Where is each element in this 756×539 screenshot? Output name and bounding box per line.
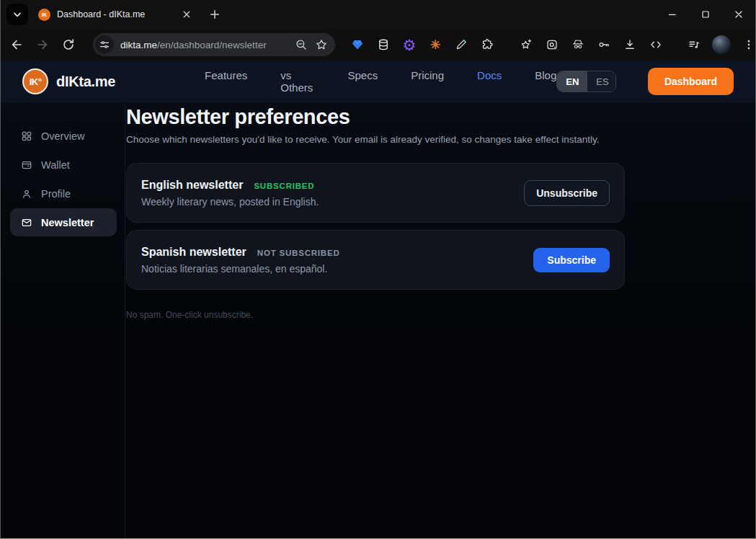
zoom-out-icon[interactable] xyxy=(295,38,308,51)
sidebar-item-label: Newsletter xyxy=(41,217,94,228)
media-controls-icon[interactable] xyxy=(686,37,703,53)
address-bar[interactable]: dikta.me/en/dashboard/newsletter xyxy=(93,33,335,56)
close-window-button[interactable] xyxy=(722,0,755,29)
gear-extension-icon[interactable]: ⚙ xyxy=(401,37,418,53)
sidebar-item-wallet[interactable]: Wallet xyxy=(10,151,117,179)
browser-titlebar: IK Dashboard - dIKta.me xyxy=(1,0,755,29)
grid-icon xyxy=(21,130,32,142)
minimize-button[interactable] xyxy=(656,0,689,29)
card-description: Weekly literary news, posted in English. xyxy=(141,196,319,208)
status-badge: NOT SUBSCRIBED xyxy=(257,249,340,257)
key-passwords-icon[interactable] xyxy=(595,37,612,53)
site-favicon-icon: IK xyxy=(38,9,50,21)
extensions-row: ⚙ ✳ xyxy=(344,35,756,54)
site-logo-icon[interactable]: IK° xyxy=(22,68,48,94)
footnote: No spam. One-click unsubscribe. xyxy=(126,310,755,320)
lang-en-button[interactable]: EN xyxy=(557,71,587,92)
forward-button[interactable] xyxy=(32,35,53,55)
site-info-icon[interactable] xyxy=(95,35,114,54)
star-sparkle-icon[interactable] xyxy=(517,37,534,53)
chevron-down-icon xyxy=(12,9,23,20)
spanish-newsletter-card: Spanish newsletter NOT SUBSCRIBED Notici… xyxy=(126,230,625,290)
maximize-button[interactable] xyxy=(689,0,722,29)
gem-extension-icon[interactable] xyxy=(350,37,366,53)
profile-avatar[interactable] xyxy=(712,35,731,54)
nav-specs[interactable]: Specs xyxy=(347,69,378,94)
lens-search-icon[interactable] xyxy=(543,37,560,53)
url-text: dikta.me/en/dashboard/newsletter xyxy=(120,40,288,50)
page-content: Overview Wallet Profile Newsletter xyxy=(1,103,755,539)
status-badge: SUBSCRIBED xyxy=(254,182,314,190)
nav-blog[interactable]: Blog xyxy=(535,69,556,94)
new-tab-button[interactable] xyxy=(208,8,221,21)
code-devtools-icon[interactable] xyxy=(647,37,664,53)
extensions-puzzle-icon[interactable] xyxy=(479,37,496,53)
pen-extension-icon[interactable] xyxy=(453,37,470,53)
english-newsletter-card: English newsletter SUBSCRIBED Weekly lit… xyxy=(126,163,625,223)
sidebar-item-label: Profile xyxy=(41,188,71,200)
incognito-icon[interactable] xyxy=(569,37,586,53)
brand-name[interactable]: dIKta.me xyxy=(56,74,115,90)
tab-title: Dashboard - dIKta.me xyxy=(57,9,174,19)
tab-search-button[interactable] xyxy=(6,4,28,25)
sidebar-item-newsletter[interactable]: Newsletter xyxy=(10,208,117,236)
starburst-extension-icon[interactable]: ✳ xyxy=(427,37,444,53)
lang-es-button[interactable]: ES xyxy=(587,71,616,92)
site-header: IK° dIKta.me Features vs Others Specs Pr… xyxy=(1,61,755,103)
profile-icon xyxy=(21,188,32,200)
newsletter-main: Newsletter preferences Choose which news… xyxy=(125,103,755,539)
sidebar-item-profile[interactable]: Profile xyxy=(10,179,117,208)
nav-pricing[interactable]: Pricing xyxy=(411,69,444,94)
dashboard-sidebar: Overview Wallet Profile Newsletter xyxy=(1,103,125,539)
browser-menu-icon[interactable] xyxy=(741,37,756,53)
nav-docs[interactable]: Docs xyxy=(477,69,502,94)
url-host: dikta.me xyxy=(120,40,157,50)
card-text: Spanish newsletter NOT SUBSCRIBED Notici… xyxy=(141,246,340,275)
browser-tab[interactable]: IK Dashboard - dIKta.me xyxy=(34,2,197,27)
sidebar-item-label: Overview xyxy=(41,130,84,142)
card-title: Spanish newsletter xyxy=(141,246,246,259)
download-icon[interactable] xyxy=(621,37,638,53)
card-text: English newsletter SUBSCRIBED Weekly lit… xyxy=(141,179,319,208)
dashboard-button[interactable]: Dashboard xyxy=(648,68,734,95)
card-title: English newsletter xyxy=(141,179,243,192)
main-nav: Features vs Others Specs Pricing Docs Bl… xyxy=(205,69,556,94)
back-button[interactable] xyxy=(6,35,27,55)
language-toggle: EN ES xyxy=(556,71,616,92)
page-title: Newsletter preferences xyxy=(126,105,755,129)
browser-toolbar: dikta.me/en/dashboard/newsletter ⚙ ✳ xyxy=(1,29,755,61)
sidebar-item-overview[interactable]: Overview xyxy=(10,122,117,150)
sidebar-item-label: Wallet xyxy=(41,159,70,171)
subscribe-button[interactable]: Subscribe xyxy=(533,248,610,272)
unsubscribe-button[interactable]: Unsubscribe xyxy=(524,180,610,206)
card-description: Noticias literarias semanales, en españo… xyxy=(141,263,340,275)
nav-features[interactable]: Features xyxy=(205,69,247,94)
browser-window: IK Dashboard - dIKta.me xyxy=(0,0,756,539)
url-path: /en/dashboard/newsletter xyxy=(157,40,267,50)
newsletter-cards: English newsletter SUBSCRIBED Weekly lit… xyxy=(126,163,625,290)
page-subtitle: Choose which newsletters you'd like to r… xyxy=(126,134,755,145)
reload-button[interactable] xyxy=(58,35,79,55)
mail-icon xyxy=(21,217,32,228)
wallet-icon xyxy=(21,159,32,171)
tab-close-icon[interactable] xyxy=(181,9,192,20)
window-controls xyxy=(656,0,755,29)
database-extension-icon[interactable] xyxy=(375,37,392,53)
nav-vs-others[interactable]: vs Others xyxy=(280,69,314,94)
bookmark-star-icon[interactable] xyxy=(315,38,328,51)
